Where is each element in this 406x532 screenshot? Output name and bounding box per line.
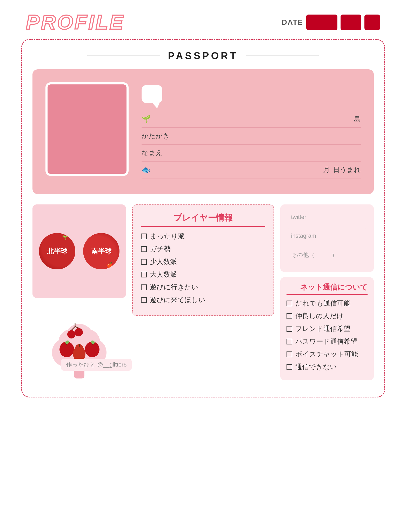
twitter-label: twitter [291,214,363,221]
name-row: なまえ [142,145,361,162]
player-info-item[interactable]: 少人数派 [141,257,265,266]
checkbox[interactable] [141,234,147,239]
checkbox[interactable] [141,297,147,303]
main-card: PASSPORT 🌱 島 かたがき [21,39,385,397]
network-item[interactable]: 通信できない [287,362,368,371]
other-label: その他（ ） [291,251,363,259]
passport-line-left [87,56,160,56]
bottom-section: 🌱 北半球 🍎 南半球 [32,204,374,381]
hemisphere-row: 🌱 北半球 🍎 南半球 [39,233,119,269]
twitter-field[interactable]: twitter [287,210,368,225]
player-info-item[interactable]: 遊びに行きたい [141,283,265,292]
network-box: ネット通信について だれでも通信可能仲良しの人だけフレンド通信希望パスワード通信… [280,277,374,380]
network-item[interactable]: 仲良しの人だけ [287,311,368,321]
network-item[interactable]: だれでも通信可能 [287,299,368,308]
footer-credit: 作ったひと @__glitter6 [61,359,132,371]
checkbox[interactable] [287,313,292,319]
player-info-title: プレイヤー情報 [141,212,265,227]
checkbox[interactable] [141,284,147,290]
player-info-box: プレイヤー情報 まったり派ガチ勢少人数派大人数派遊びに行きたい遊びに来てほしい [132,204,274,316]
instagram-field[interactable]: instagram [287,228,368,243]
page-title: PROFILE [26,10,125,34]
birthday-suffix: 日うまれ [333,165,361,174]
category-label: かたがき [142,131,361,141]
hemisphere-box: 🌱 北半球 🍎 南半球 [32,204,126,298]
island-value-label: 島 [354,115,361,124]
checkbox[interactable] [141,246,147,252]
passport-title: PASSPORT [160,50,246,62]
north-circle: 🌱 北半球 [39,233,75,269]
player-info-item[interactable]: 大人数派 [141,270,265,279]
fish-icon: 🐟 [142,165,151,174]
svg-point-8 [75,328,83,336]
network-title: ネット通信について [287,282,368,295]
player-info-item[interactable]: まったり派 [141,232,265,241]
name-label: なまえ [142,148,361,157]
page: PROFILE DATE PASSPORT 🌱 [0,0,406,532]
svg-point-7 [67,330,76,338]
north-label: 北半球 [47,247,67,256]
passport-card: 🌱 島 かたがき なまえ 🐟 月 日うまれ [32,69,374,194]
passport-header: PASSPORT [32,50,374,62]
checkbox[interactable] [287,326,292,332]
social-box: twitter instagram その他（ ） [280,204,374,272]
date-box-year[interactable] [306,15,337,30]
island-row: 🌱 島 [142,111,361,128]
passport-info: 🌱 島 かたがき なまえ 🐟 月 日うまれ [142,82,361,181]
other-field[interactable]: その他（ ） [287,247,368,263]
category-row: かたがき [142,128,361,145]
network-item[interactable]: ボイスチャット可能 [287,350,368,359]
right-column: twitter instagram その他（ ） ネット通信について だれでも通… [280,204,374,380]
passport-photo [45,82,129,176]
date-box-day[interactable] [364,15,380,30]
network-item[interactable]: フレンド通信希望 [287,324,368,333]
header: PROFILE DATE [10,10,396,34]
north-item: 🌱 北半球 [39,233,75,269]
birthday-month: 月 [323,165,330,174]
checkbox[interactable] [141,259,147,265]
network-list: だれでも通信可能仲良しの人だけフレンド通信希望パスワード通信希望ボイスチャット可… [287,299,368,371]
passport-line-right [246,56,319,56]
speech-bubble [142,85,162,103]
checkbox[interactable] [287,351,292,357]
south-item: 🍎 南半球 [83,233,119,269]
south-label: 南半球 [91,247,111,256]
checkbox[interactable] [287,364,292,370]
checkbox[interactable] [141,272,147,277]
player-info-item[interactable]: ガチ勢 [141,244,265,254]
date-section: DATE [282,15,380,30]
checkbox[interactable] [287,339,292,344]
date-box-month[interactable] [341,15,361,30]
left-column: 🌱 北半球 🍎 南半球 [32,204,126,381]
player-info-item[interactable]: 遊びに来てほしい [141,295,265,304]
south-circle: 🍎 南半球 [83,233,119,269]
page-title-wrapper: PROFILE [26,10,125,34]
date-label: DATE [282,18,303,26]
checkbox[interactable] [287,301,292,306]
island-icon: 🌱 [142,115,151,123]
player-info-list: まったり派ガチ勢少人数派大人数派遊びに行きたい遊びに来てほしい [141,232,265,304]
instagram-label: instagram [291,232,363,239]
birthday-row: 🐟 月 日うまれ [142,162,361,178]
network-item[interactable]: パスワード通信希望 [287,337,368,346]
svg-rect-17 [79,344,80,347]
